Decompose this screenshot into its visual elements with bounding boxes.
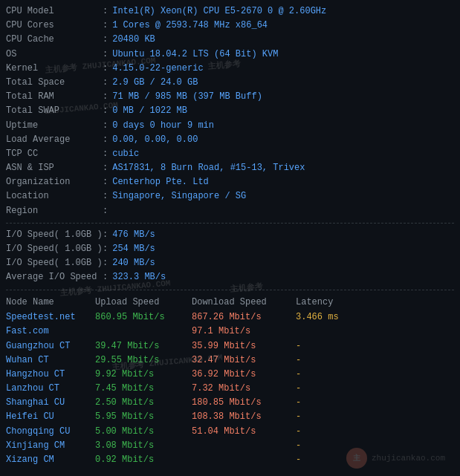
col-header-name: Node Name xyxy=(6,295,95,311)
net-node-name: Lanzhou CT xyxy=(6,382,95,396)
net-upload: 0.92 Mbit/s xyxy=(95,453,192,467)
sysinfo-value: 20480 KB xyxy=(112,33,155,47)
net-upload: 39.47 Mbit/s xyxy=(95,339,192,353)
sysinfo-label: Uptime xyxy=(6,119,103,133)
network-row: Lanzhou CT 7.45 Mbit/s 7.32 Mbit/s - xyxy=(6,382,454,396)
colon: : xyxy=(103,175,108,189)
colon: : xyxy=(103,204,108,218)
net-node-name: Hangzhou CT xyxy=(6,368,95,382)
network-row: Speedtest.net 860.95 Mbit/s 867.26 Mbit/… xyxy=(6,310,454,325)
net-node-name: Xinjiang CM xyxy=(6,439,95,453)
sysinfo-label: CPU Model xyxy=(6,4,103,19)
io-label: I/O Speed( 1.0GB ) xyxy=(6,228,103,242)
sysinfo-value: 71 MB / 985 MB (397 MB Buff) xyxy=(112,90,262,104)
sysinfo-value: 0 MB / 1022 MB xyxy=(112,104,187,118)
sysinfo-value: 0 days 0 hour 9 min xyxy=(112,119,214,133)
net-latency: - xyxy=(296,453,355,467)
io-row: I/O Speed( 1.0GB ) : 240 MB/s xyxy=(6,256,454,270)
colon: : xyxy=(103,104,108,118)
io-label: Average I/O Speed xyxy=(6,270,103,284)
net-download: 180.85 Mbit/s xyxy=(192,396,296,410)
net-upload xyxy=(95,325,192,339)
sysinfo-row: Region : xyxy=(6,204,454,218)
net-latency: - xyxy=(296,396,355,410)
net-upload: 9.92 Mbit/s xyxy=(95,368,192,382)
main-container: CPU Model : Intel(R) Xeon(R) CPU E5-2670… xyxy=(0,0,460,475)
net-latency: 3.466 ms xyxy=(296,310,355,325)
io-value: 254 MB/s xyxy=(112,242,155,256)
colon: : xyxy=(103,62,108,76)
network-row: Fast.com 97.1 Mbit/s xyxy=(6,325,454,339)
net-download xyxy=(192,439,296,453)
net-download: 36.92 Mbit/s xyxy=(192,368,296,382)
sysinfo-label: Total RAM xyxy=(6,90,103,104)
io-row: Average I/O Speed : 323.3 MB/s xyxy=(6,270,454,284)
net-upload: 29.55 Mbit/s xyxy=(95,353,192,368)
network-row: Heifei CU 5.95 Mbit/s 108.38 Mbit/s - xyxy=(6,410,454,424)
colon: : xyxy=(103,33,108,47)
net-download: 51.04 Mbit/s xyxy=(192,425,296,439)
io-label: I/O Speed( 1.0GB ) xyxy=(6,256,103,270)
network-table-header: Node Name Upload Speed Download Speed La… xyxy=(6,295,454,311)
sysinfo-value: 0.00, 0.00, 0.00 xyxy=(112,133,198,147)
net-download: 35.99 Mbit/s xyxy=(192,339,296,353)
sysinfo-value: 2.9 GB / 24.0 GB xyxy=(112,76,198,90)
sysinfo-label: TCP CC xyxy=(6,147,103,161)
sysinfo-section: CPU Model : Intel(R) Xeon(R) CPU E5-2670… xyxy=(6,4,454,218)
colon: : xyxy=(103,4,108,19)
colon: : xyxy=(103,119,108,133)
net-upload: 3.08 Mbit/s xyxy=(95,439,192,453)
net-node-name: Wuhan CT xyxy=(6,353,95,368)
sysinfo-value: 1 Cores @ 2593.748 MHz x86_64 xyxy=(112,19,268,33)
net-node-name: Xizang CM xyxy=(6,453,95,467)
net-upload: 7.45 Mbit/s xyxy=(95,382,192,396)
sysinfo-label: Region xyxy=(6,204,103,218)
network-row: Xinjiang CM 3.08 Mbit/s - xyxy=(6,439,454,453)
colon: : xyxy=(103,19,108,33)
sysinfo-value: Intel(R) Xeon(R) CPU E5-2670 0 @ 2.60GHz xyxy=(112,4,326,19)
sysinfo-value: Ubuntu 18.04.2 LTS (64 Bit) KVM xyxy=(112,48,278,62)
divider-2 xyxy=(6,290,454,290)
sysinfo-label: CPU Cache xyxy=(6,33,103,47)
net-upload: 5.95 Mbit/s xyxy=(95,410,192,424)
sysinfo-label: Load Average xyxy=(6,133,103,147)
net-download: 867.26 Mbit/s xyxy=(192,310,296,325)
net-node-name: Speedtest.net xyxy=(6,310,95,325)
net-node-name: Guangzhou CT xyxy=(6,339,95,353)
sysinfo-label: Location xyxy=(6,189,103,203)
io-label: I/O Speed( 1.0GB ) xyxy=(6,242,103,256)
sysinfo-row: Uptime : 0 days 0 hour 9 min xyxy=(6,119,454,133)
net-node-name: Heifei CU xyxy=(6,410,95,424)
net-download: 7.32 Mbit/s xyxy=(192,382,296,396)
io-section: I/O Speed( 1.0GB ) : 476 MB/s I/O Speed(… xyxy=(6,228,454,285)
colon: : xyxy=(103,228,108,242)
col-header-latency: Latency xyxy=(296,295,355,311)
colon: : xyxy=(103,189,108,203)
network-row: Wuhan CT 29.55 Mbit/s 32.47 Mbit/s - xyxy=(6,353,454,368)
sysinfo-row: TCP CC : cubic xyxy=(6,147,454,161)
sysinfo-label: Kernel xyxy=(6,62,103,76)
divider-1 xyxy=(6,223,454,224)
sysinfo-row: Kernel : 4.15.0-22-generic xyxy=(6,62,454,76)
net-download xyxy=(192,453,296,467)
colon: : xyxy=(103,90,108,104)
net-download: 97.1 Mbit/s xyxy=(192,325,296,339)
io-row: I/O Speed( 1.0GB ) : 254 MB/s xyxy=(6,242,454,256)
net-node-name: Fast.com xyxy=(6,325,95,339)
sysinfo-row: Total SWAP : 0 MB / 1022 MB xyxy=(6,104,454,118)
network-row: Chongqing CU 5.00 Mbit/s 51.04 Mbit/s - xyxy=(6,425,454,439)
io-value: 240 MB/s xyxy=(112,256,155,270)
sysinfo-value: AS17831, 8 Burn Road, #15-13, Trivex xyxy=(112,161,305,175)
sysinfo-label: Total Space xyxy=(6,76,103,90)
sysinfo-value: Singapore, Singapore / SG xyxy=(112,189,246,203)
sysinfo-row: Location : Singapore, Singapore / SG xyxy=(6,189,454,203)
net-latency: - xyxy=(296,425,355,439)
sysinfo-row: Load Average : 0.00, 0.00, 0.00 xyxy=(6,133,454,147)
colon: : xyxy=(103,147,108,161)
colon: : xyxy=(103,161,108,175)
network-row: Hangzhou CT 9.92 Mbit/s 36.92 Mbit/s - xyxy=(6,368,454,382)
network-row: Guangzhou CT 39.47 Mbit/s 35.99 Mbit/s - xyxy=(6,339,454,353)
net-latency xyxy=(296,325,355,339)
io-value: 476 MB/s xyxy=(112,228,155,242)
sysinfo-value: cubic xyxy=(112,147,139,161)
